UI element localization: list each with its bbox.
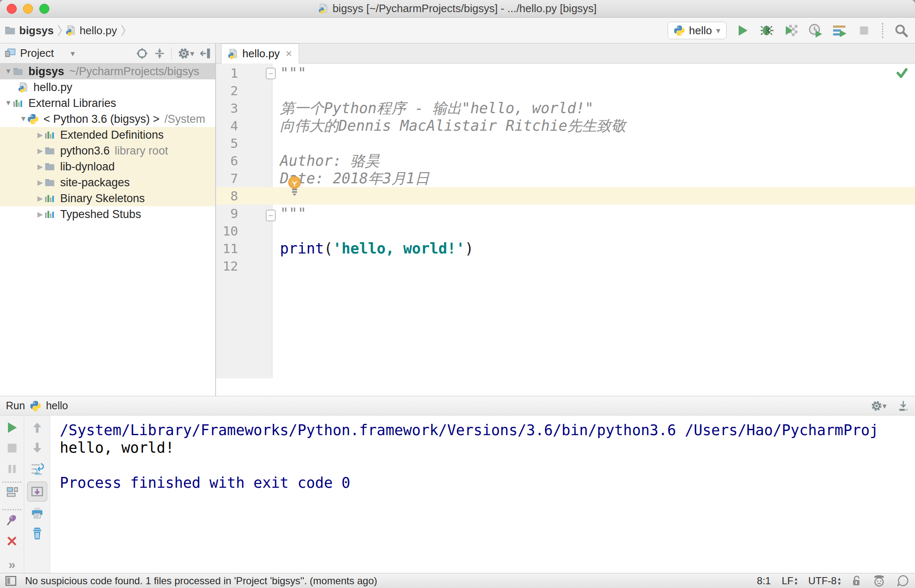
- tree-row-site-packages[interactable]: ▶ site-packages: [0, 175, 215, 190]
- unlock-icon[interactable]: [851, 575, 862, 587]
- trash-icon: [31, 527, 43, 540]
- collapse-all-icon[interactable]: [154, 48, 165, 59]
- tree-collapsed-icon[interactable]: ▶: [36, 210, 44, 219]
- panel-settings-button[interactable]: ▾: [178, 47, 194, 60]
- clear-all-button[interactable]: [24, 527, 50, 540]
- library-icon: [44, 193, 55, 204]
- restore-layout-button[interactable]: [0, 486, 24, 498]
- minimize-window-button[interactable]: [23, 4, 33, 14]
- pause-output-button[interactable]: [0, 463, 24, 475]
- tree-collapsed-icon[interactable]: ▶: [36, 178, 44, 187]
- debug-button[interactable]: [759, 23, 775, 38]
- tab-hello-py[interactable]: hello.py ×: [221, 43, 299, 63]
- tree-expanded-icon[interactable]: ▼: [19, 115, 28, 123]
- run-configuration-select[interactable]: hello ▾: [668, 22, 727, 39]
- tree-row-python3-6-root[interactable]: ▶ python3.6 library root: [0, 143, 215, 159]
- hector-inspector-icon[interactable]: [872, 575, 886, 587]
- line-separator-select[interactable]: LF ▴▾: [782, 575, 798, 587]
- zoom-window-button[interactable]: [39, 4, 49, 14]
- tree-row-typeshed-stubs[interactable]: ▶ Typeshed Stubs: [0, 206, 215, 222]
- spinner-arrows-icon: ▴▾: [838, 576, 841, 585]
- run-button[interactable]: [735, 23, 751, 38]
- stop-icon: [6, 442, 18, 454]
- python-file-icon: [228, 48, 238, 60]
- pause-icon: [7, 463, 18, 475]
- intention-bulb-icon[interactable]: [287, 175, 302, 196]
- tree-row-lib-dynload[interactable]: ▶ lib-dynload: [0, 159, 215, 175]
- inspections-ok-icon[interactable]: [896, 67, 908, 79]
- run-console-output[interactable]: /System/Library/Frameworks/Python.framew…: [51, 416, 915, 573]
- project-view-icon: [4, 48, 16, 59]
- encoding-select[interactable]: UTF-8 ▴▾: [808, 575, 841, 587]
- toolbar-separator: [882, 23, 883, 38]
- tree-collapsed-icon[interactable]: ▶: [36, 147, 44, 155]
- hide-panel-down-icon[interactable]: [897, 400, 909, 412]
- chevron-down-icon[interactable]: ▾: [71, 48, 75, 58]
- scroll-to-end-button[interactable]: [27, 482, 47, 502]
- folder-icon: [44, 145, 55, 156]
- editor-area: hello.py × 1 2 3 4 5 6 7 8 9 10 11 12: [216, 43, 915, 396]
- close-icon[interactable]: ×: [286, 47, 292, 60]
- tool-window-toggle-icon[interactable]: [5, 575, 17, 586]
- spinner-arrows-icon: ▴▾: [795, 576, 798, 585]
- concurrency-diagram-button[interactable]: [832, 23, 848, 38]
- stop-button[interactable]: [856, 23, 872, 38]
- stop-process-button[interactable]: [0, 442, 24, 454]
- tree-row-extended-definitions[interactable]: ▶ Extended Definitions: [0, 127, 215, 143]
- feedback-bubble-icon[interactable]: [897, 575, 909, 587]
- fold-marker-end[interactable]: −: [266, 210, 276, 221]
- line-number: 9: [216, 205, 272, 222]
- more-actions-button[interactable]: »: [0, 558, 24, 572]
- string-literal: 'hello, world!': [333, 240, 465, 257]
- console-command-line: /System/Library/Frameworks/Python.framew…: [60, 421, 915, 439]
- rerun-button[interactable]: [0, 421, 24, 434]
- tree-row-hello-py[interactable]: hello.py: [0, 79, 215, 95]
- tree-row-binary-skeletons[interactable]: ▶ Binary Skeletons: [0, 190, 215, 206]
- tree-expanded-icon[interactable]: ▼: [4, 99, 13, 107]
- hide-panel-icon[interactable]: [200, 48, 211, 59]
- code-line-7: Date: 2018年3月1日: [272, 170, 915, 187]
- close-icon: ✕: [6, 535, 18, 547]
- tree-collapsed-icon[interactable]: ▶: [36, 194, 44, 203]
- tree-row-external-libraries[interactable]: ▼ External Libraries: [0, 95, 215, 111]
- breadcrumb-project[interactable]: bigsys: [19, 24, 53, 37]
- line-numbers: 1 2 3 4 5 6 7 8 9 10 11 12: [216, 64, 272, 275]
- print-button[interactable]: [24, 507, 50, 519]
- run-with-coverage-button[interactable]: [783, 23, 799, 38]
- close-panel-button[interactable]: ✕: [0, 535, 24, 547]
- next-occurrence-button[interactable]: [24, 441, 50, 454]
- toolbar-separator: [3, 482, 21, 483]
- run-toolbar-left: ✕ »: [0, 416, 24, 573]
- fold-marker-start[interactable]: −: [266, 68, 276, 79]
- close-window-button[interactable]: [7, 4, 17, 14]
- tree-expanded-icon[interactable]: ▼: [4, 67, 13, 76]
- prev-occurrence-button[interactable]: [24, 421, 50, 434]
- locate-file-icon[interactable]: [136, 48, 148, 59]
- pin-tab-button[interactable]: [0, 514, 24, 527]
- title-bar[interactable]: bigsys [~/PycharmProjects/bigsys] - .../…: [0, 0, 915, 18]
- tree-row-python-3-6[interactable]: ▼ < Python 3.6 (bigsys) > /System: [0, 111, 215, 127]
- caret-position[interactable]: 8:1: [757, 575, 771, 587]
- gear-icon: [178, 47, 190, 60]
- run-panel-settings-button[interactable]: ▾: [871, 400, 887, 412]
- tree-row-bigsys[interactable]: ▼ bigsys ~/PycharmProjects/bigsys: [0, 63, 215, 79]
- line-number: 1: [216, 64, 272, 82]
- project-panel-title[interactable]: Project: [20, 47, 54, 60]
- tree-collapsed-icon[interactable]: ▶: [36, 131, 44, 139]
- line-number: 5: [216, 134, 272, 152]
- traffic-lights: [7, 4, 49, 14]
- arrow-down-icon: [32, 441, 43, 454]
- soft-wrap-button[interactable]: [24, 462, 50, 476]
- status-bar: No suspicious code found. 1 files proces…: [0, 573, 915, 588]
- search-everywhere-button[interactable]: [893, 23, 909, 38]
- run-panel-header[interactable]: Run hello ▾: [0, 396, 915, 416]
- code-editor[interactable]: 1 2 3 4 5 6 7 8 9 10 11 12 """ 第一个Python…: [216, 63, 915, 378]
- stop-icon: [859, 25, 869, 36]
- profiler-button[interactable]: [808, 23, 824, 38]
- folder-icon: [4, 25, 16, 36]
- tree-collapsed-icon[interactable]: ▶: [36, 162, 44, 171]
- tab-label: hello.py: [242, 47, 280, 60]
- line-number: 10: [216, 222, 272, 240]
- breadcrumb-file[interactable]: hello.py: [79, 24, 117, 37]
- status-message[interactable]: No suspicious code found. 1 files proces…: [25, 575, 377, 587]
